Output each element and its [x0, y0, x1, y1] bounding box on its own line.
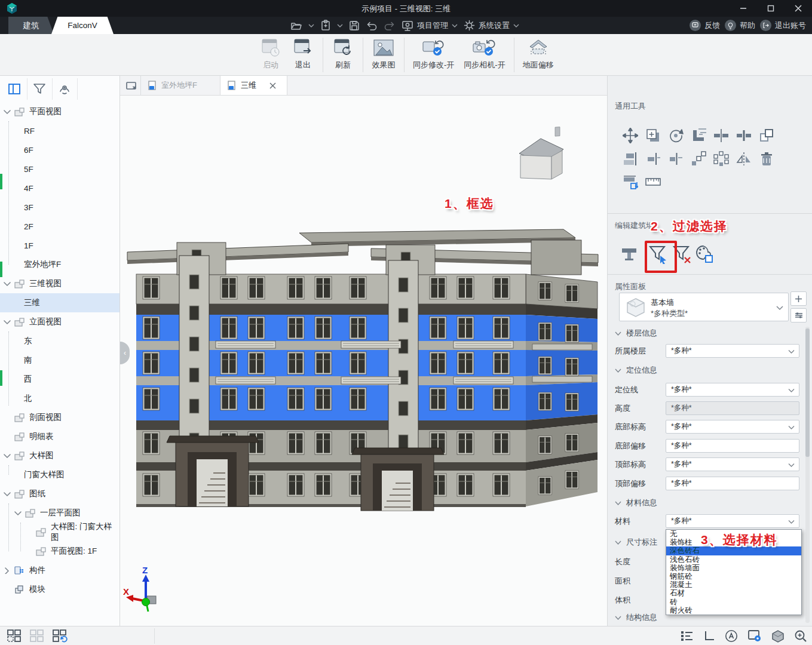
tree-item-north[interactable]: 北: [0, 389, 119, 408]
trim-extend-tool[interactable]: [690, 127, 707, 145]
display-settings-icon[interactable]: [747, 629, 762, 642]
tree-item-elevation-views[interactable]: 立面视图: [0, 312, 119, 331]
locate-button[interactable]: [52, 76, 77, 102]
wall-height-tool[interactable]: [619, 244, 639, 265]
exit-button[interactable]: 退出: [287, 36, 319, 73]
array-radial-tool[interactable]: [712, 150, 730, 168]
redo-icon[interactable]: [384, 21, 396, 30]
offset-tool[interactable]: [621, 173, 639, 191]
location-line-select[interactable]: *多种*: [666, 383, 799, 397]
minimize-button[interactable]: [730, 0, 757, 17]
view-tab-3d[interactable]: 三维: [220, 76, 287, 95]
close-tab-icon[interactable]: [269, 82, 276, 89]
top-offset-field[interactable]: *多种*: [666, 477, 799, 490]
view-tab-site[interactable]: 室外地坪F: [140, 76, 220, 95]
section-material-info[interactable]: 材料信息: [615, 497, 657, 508]
tree-item-west[interactable]: 西: [0, 370, 119, 389]
maximize-button[interactable]: [757, 0, 785, 17]
paste-dropdown-icon[interactable]: [337, 23, 343, 28]
rotate-tool[interactable]: [667, 127, 685, 145]
tree-item-5f[interactable]: 5F: [0, 159, 119, 179]
refresh-button[interactable]: 刷新: [327, 36, 359, 73]
tree-item-3f[interactable]: 3F: [0, 198, 119, 217]
top-level-select[interactable]: *多种*: [666, 457, 799, 471]
material-option[interactable]: 浅色石砖: [666, 555, 801, 564]
section-floor-info[interactable]: 楼层信息: [615, 328, 657, 339]
align-middle-tool[interactable]: [667, 150, 685, 168]
base-level-select[interactable]: *多种*: [666, 420, 799, 434]
match-type-tool[interactable]: [758, 127, 776, 145]
base-offset-field[interactable]: *多种*: [666, 439, 799, 453]
tab-falconv[interactable]: FalconV: [51, 17, 114, 34]
material-option[interactable]: 装饰墙面: [666, 564, 801, 572]
add-type-button[interactable]: [790, 291, 807, 306]
sync-modify-toggle[interactable]: 同步修改-开: [408, 36, 459, 73]
tree-item-4f[interactable]: 4F: [0, 179, 119, 198]
section-structure-info[interactable]: 结构信息: [615, 612, 657, 623]
feedback-button[interactable]: 反馈: [690, 20, 720, 31]
tree-item-plan-views[interactable]: 平面视图: [0, 102, 119, 121]
material-option[interactable]: 钢筋砼: [666, 572, 801, 580]
undo-icon[interactable]: [366, 21, 378, 30]
paste-icon[interactable]: [320, 20, 331, 31]
tree-item-components[interactable]: 构件: [0, 561, 119, 580]
tree-item-3d-views[interactable]: 三维视图: [0, 274, 119, 293]
floor-select[interactable]: *多种*: [666, 344, 799, 358]
tab-architecture[interactable]: 建筑: [8, 17, 54, 34]
section-dimension-info[interactable]: 尺寸标注: [615, 537, 657, 548]
tree-item-sheets[interactable]: 图纸: [0, 484, 119, 503]
element-list-icon[interactable]: [681, 630, 694, 642]
tree-item-first-floor-sheet[interactable]: 一层平面图: [0, 503, 119, 523]
tree-item-sheet-detail[interactable]: 大样图: 门窗大样图: [0, 523, 119, 542]
corner-snap-icon[interactable]: [703, 630, 715, 642]
move-tool[interactable]: [621, 127, 639, 145]
tree-item-1f[interactable]: 1F: [0, 236, 119, 255]
tree-item-rf[interactable]: RF: [0, 121, 119, 140]
grid-select-icon[interactable]: [7, 629, 22, 643]
grid-disabled-icon[interactable]: [30, 629, 44, 643]
viewport[interactable]: 室外地坪F 三维: [120, 76, 607, 626]
type-selector[interactable]: 基本墙 *多种类型*: [619, 293, 789, 321]
annotation-style-icon[interactable]: [725, 629, 738, 643]
tree-item-schedules[interactable]: 明细表: [0, 427, 119, 446]
split-with-gap-tool[interactable]: [735, 127, 753, 145]
array-linear-tool[interactable]: [690, 150, 707, 168]
save-icon[interactable]: [349, 20, 360, 31]
tree-item-south[interactable]: 南: [0, 351, 119, 370]
tree-item-3d[interactable]: 三维: [0, 293, 119, 312]
split-element-tool[interactable]: [712, 127, 730, 145]
logout-button[interactable]: 退出账号: [760, 20, 806, 31]
delete-tool[interactable]: [758, 150, 776, 168]
tree-item-2f[interactable]: 2F: [0, 217, 119, 236]
tree-item-detail-views[interactable]: 大样图: [0, 446, 119, 465]
close-button[interactable]: [785, 0, 812, 17]
zoom-in-icon[interactable]: [794, 629, 807, 643]
tree-item-east[interactable]: 东: [0, 331, 119, 351]
tree-item-door-window-detail[interactable]: 门窗大样图: [0, 465, 119, 484]
tree-item-section-views[interactable]: 剖面视图: [0, 408, 119, 427]
copy-tool[interactable]: [644, 127, 662, 145]
align-end-tool[interactable]: [644, 150, 662, 168]
section-location-info[interactable]: 定位信息: [615, 365, 657, 376]
measure-tool[interactable]: [644, 173, 662, 191]
material-option[interactable]: 耐火砖: [666, 606, 801, 615]
system-settings-button[interactable]: 系统设置: [464, 20, 519, 31]
shaded-view-icon[interactable]: [771, 629, 785, 643]
tree-item-6f[interactable]: 6F: [0, 140, 119, 159]
material-option[interactable]: 混凝土: [666, 580, 801, 589]
panel-layout-button[interactable]: [2, 76, 27, 102]
open-file-dropdown-icon[interactable]: [308, 23, 314, 28]
align-tool[interactable]: [621, 150, 639, 168]
tree-item-site-level[interactable]: 室外地坪F: [0, 255, 119, 274]
open-file-icon[interactable]: [290, 20, 302, 31]
grid-reset-icon[interactable]: [53, 629, 68, 643]
scene-3d[interactable]: Z X: [120, 96, 607, 626]
filter-tree-button[interactable]: [27, 76, 52, 102]
tree-item-sheet-plan-1f[interactable]: 平面视图: 1F: [0, 542, 119, 561]
render-image-button[interactable]: 效果图: [367, 36, 400, 73]
material-option[interactable]: 砖: [666, 598, 801, 606]
tree-item-modules[interactable]: 模块: [0, 580, 119, 599]
ground-offset-button[interactable]: 地面偏移: [518, 36, 559, 73]
type-settings-button[interactable]: [790, 308, 807, 322]
help-button[interactable]: 帮助: [725, 20, 755, 31]
